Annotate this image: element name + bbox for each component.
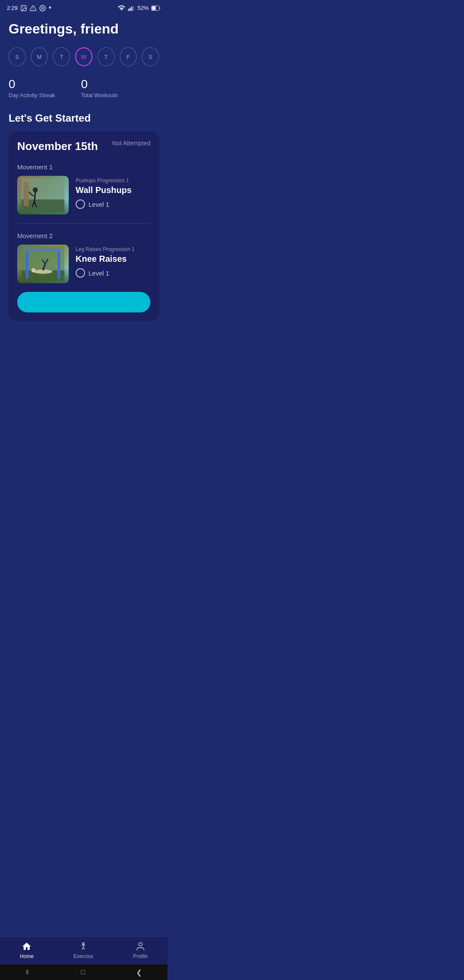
- workout-card[interactable]: November 15th Not Attempted Movement 1: [9, 131, 159, 321]
- streak-value: 0: [9, 78, 55, 90]
- movement-1-item[interactable]: Pushups Progression 1 Wall Pushups Level…: [17, 176, 150, 214]
- streak-label: Day Activity Streak: [9, 92, 55, 98]
- svg-rect-23: [58, 249, 60, 279]
- wall-pushups-name: Wall Pushups: [76, 185, 150, 195]
- card-status: Not Attempted: [112, 140, 150, 147]
- battery-display: 52%: [137, 5, 149, 11]
- stats-row: 0 Day Activity Streak 0 Total Workouts: [9, 78, 159, 98]
- svg-rect-8: [133, 6, 134, 11]
- movement-1-section: Movement 1: [17, 163, 150, 214]
- streak-stat: 0 Day Activity Streak: [9, 78, 55, 98]
- day-sunday[interactable]: S: [9, 47, 26, 66]
- wall-pushup-figure: [21, 178, 64, 212]
- knee-raises-figure: [21, 247, 64, 281]
- knee-raises-name: Knee Raises: [76, 254, 150, 264]
- movement-2-label: Movement 2: [17, 232, 150, 239]
- workouts-value: 0: [81, 78, 118, 90]
- day-friday[interactable]: F: [120, 47, 137, 66]
- svg-point-3: [33, 9, 34, 9]
- svg-rect-6: [130, 8, 131, 11]
- pushup-progression-label: Pushups Progression 1: [76, 178, 150, 184]
- greeting-title: Greetings, friend: [9, 21, 159, 37]
- knee-raises-image: [17, 245, 69, 283]
- card-header: November 15th Not Attempted: [17, 140, 150, 153]
- main-content: Greetings, friend S M T W T F S 0 Day Ac…: [0, 14, 168, 335]
- image-icon: [20, 5, 27, 12]
- svg-rect-22: [26, 249, 28, 279]
- dot-indicator: •: [49, 3, 51, 12]
- signal-icon: [128, 5, 135, 11]
- day-monday[interactable]: M: [31, 47, 48, 66]
- wall-pushup-image: [17, 176, 69, 214]
- warning-icon: [30, 5, 37, 12]
- wall-pushups-level-circle: [76, 199, 85, 209]
- card-date: November 15th: [17, 140, 98, 153]
- section-title: Let's Get Started: [9, 112, 159, 124]
- movement-1-label: Movement 1: [17, 163, 150, 171]
- workouts-label: Total Workouts: [81, 92, 118, 98]
- movement-2-item[interactable]: Leg Raises Progression 1 Knee Raises Lev…: [17, 245, 150, 283]
- movement-divider: [17, 223, 150, 224]
- day-saturday[interactable]: S: [142, 47, 159, 66]
- svg-rect-10: [152, 6, 156, 10]
- knee-raises-level-circle: [76, 268, 85, 278]
- svg-point-4: [42, 7, 43, 9]
- wall-pushups-level: Level 1: [89, 201, 109, 208]
- knee-raises-level: Level 1: [89, 270, 109, 277]
- svg-line-15: [34, 193, 35, 202]
- wall-pushups-level-row: Level 1: [76, 199, 150, 209]
- battery-icon: [151, 6, 161, 11]
- wifi-icon: [118, 5, 125, 11]
- svg-rect-5: [128, 9, 129, 11]
- settings-icon: [39, 5, 46, 12]
- svg-rect-13: [24, 182, 29, 206]
- knee-raises-level-row: Level 1: [76, 268, 150, 278]
- start-workout-button[interactable]: [17, 292, 150, 312]
- svg-point-1: [22, 6, 23, 7]
- svg-rect-24: [26, 249, 60, 251]
- svg-rect-7: [131, 6, 132, 11]
- days-row: S M T W T F S: [9, 47, 159, 66]
- status-right: 52%: [118, 5, 161, 11]
- day-thursday[interactable]: T: [98, 47, 115, 66]
- day-wednesday[interactable]: W: [75, 47, 92, 66]
- movement-2-info: Leg Raises Progression 1 Knee Raises Lev…: [76, 245, 150, 278]
- movement-2-section: Movement 2: [17, 232, 150, 283]
- time-display: 2:29: [7, 5, 18, 11]
- workouts-stat: 0 Total Workouts: [81, 78, 118, 98]
- svg-point-14: [33, 187, 38, 193]
- svg-point-26: [31, 268, 36, 273]
- status-bar: 2:29 • 52%: [0, 0, 168, 14]
- knee-raises-progression-label: Leg Raises Progression 1: [76, 246, 150, 252]
- day-tuesday[interactable]: T: [53, 47, 70, 66]
- movement-1-info: Pushups Progression 1 Wall Pushups Level…: [76, 176, 150, 209]
